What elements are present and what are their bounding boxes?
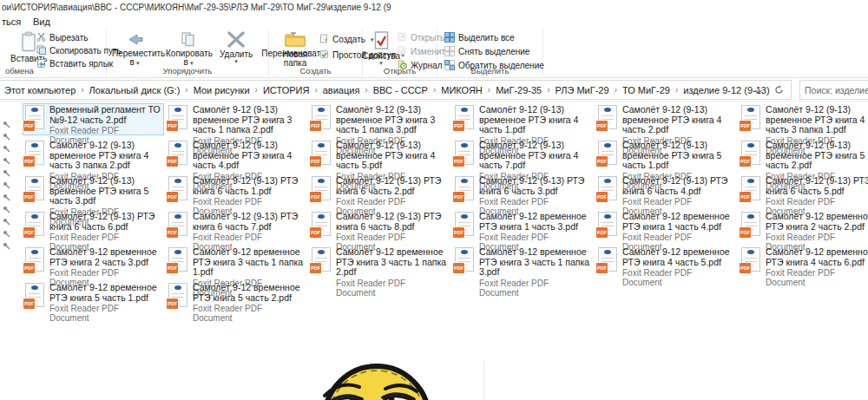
file-item[interactable]: PDF Самолёт 9-12 (9-13) временное РТЭ кн… [23, 174, 164, 207]
foxit-logo-icon [461, 143, 468, 148]
file-item[interactable]: PDF Временный регламент ТО №9-12 часть 2… [23, 103, 164, 135]
breadcrumb: Этот компьютер›Локальный диск (G:)›Мои р… [0, 85, 770, 95]
foxit-logo-icon [31, 285, 38, 290]
breadcrumb-item[interactable]: авиация [323, 85, 360, 95]
foxit-logo-icon [31, 108, 38, 112]
file-name: Самолёт 9-12 (9-13) временное РТЭ книга … [479, 141, 590, 171]
file-item[interactable]: PDF Самолёт 9-12 (9-13) РТЭ книга 6 част… [309, 174, 450, 207]
file-item[interactable]: PDF Самолёт 9-12 (9-13) РТЭ книга 6 част… [739, 174, 868, 207]
file-item[interactable]: PDF Самолёт 9-12 (9-13) временное РТЭ кн… [309, 139, 450, 171]
file-item[interactable]: PDF Самолёт 9-12 временное РТЭ книга 2 ч… [23, 246, 164, 278]
breadcrumb-item[interactable]: МИКОЯН [441, 85, 483, 95]
breadcrumb-item[interactable]: МиГ-29-35 [496, 85, 542, 95]
file-name: Самолёт 9-12 (9-13) временное РТЭ книга … [49, 141, 161, 171]
meme-image [300, 361, 484, 400]
file-item[interactable]: PDF Самолёт 9-12 (9-13) временное РТЭ кн… [309, 103, 450, 135]
file-item[interactable]: PDF Самолёт 9-12 (9-13) временное РТЭ кн… [739, 139, 868, 171]
foxit-logo-icon [31, 143, 38, 148]
file-item[interactable]: PDF Самолёт 9-12 (9-13) временное РТЭ кн… [166, 139, 307, 171]
file-name: Самолёт 9-12 временное РТЭ книга 2 часть… [766, 212, 868, 232]
pdf-badge: PDF [740, 227, 751, 238]
tab-view[interactable]: Вид [33, 16, 50, 27]
breadcrumb-item[interactable]: Этот компьютер [4, 85, 76, 95]
breadcrumb-item[interactable]: ВВС - СССР [373, 85, 428, 95]
file-item[interactable]: PDF Самолёт 9-12 (9-13) РТЭ книга 6 част… [23, 210, 164, 242]
foxit-logo-icon [604, 179, 611, 183]
pdf-badge: PDF [596, 227, 608, 238]
foxit-logo-icon [461, 250, 468, 254]
file-item[interactable]: PDF Самолёт 9-12 (9-13) временное РТЭ кн… [595, 103, 737, 135]
pdf-file-icon: PDF [168, 141, 187, 165]
breadcrumb-item[interactable]: ТО МиГ-29 [622, 85, 670, 95]
file-item[interactable]: PDF Самолёт 9-12 (9-13) РТЭ книга 6 част… [166, 174, 307, 207]
file-item[interactable]: PDF Самолёт 9-12 временное РТЭ книга 5 ч… [166, 281, 307, 313]
breadcrumb-item[interactable]: Локальный диск (G:) [89, 85, 181, 95]
search-box[interactable] [799, 80, 868, 100]
file-item[interactable]: PDF Самолёт 9-12 временное РТЭ книга 4 ч… [739, 246, 868, 278]
file-item[interactable]: PDF Самолёт 9-12 временное РТЭ книга 1 ч… [452, 210, 594, 242]
file-item[interactable]: PDF Самолёт 9-12 временное РТЭ книга 2 ч… [739, 210, 868, 242]
file-item[interactable]: PDF Самолёт 9-12 временное РТЭ книга 1 ч… [595, 210, 737, 242]
file-name: Самолёт 9-12 (9-13) временное РТЭ книга … [193, 105, 304, 135]
file-item[interactable]: PDF Самолёт 9-12 (9-13) РТЭ книга 6 част… [595, 174, 737, 207]
group-label-organize: Упорядочить [107, 66, 268, 75]
file-item[interactable]: PDF Самолёт 9-12 (9-13) временное РТЭ кн… [23, 139, 164, 171]
file-item[interactable]: PDF Самолёт 9-12 (9-13) временное РТЭ кн… [739, 103, 868, 135]
file-item[interactable]: PDF Самолёт 9-12 (9-13) РТЭ книга 6 част… [309, 210, 450, 242]
pdf-file-icon: PDF [455, 141, 474, 165]
file-item[interactable]: PDF Самолёт 9-12 временное РТЭ книга 4 ч… [595, 246, 737, 278]
copy-to-button[interactable]: Копировать в [166, 31, 211, 69]
foxit-logo-icon [747, 179, 754, 183]
file-type: Foxit Reader PDF Document [622, 268, 733, 287]
new-folder-button[interactable]: Новая папка [276, 31, 314, 69]
chevron-down-icon[interactable] [754, 82, 762, 98]
select-all-button[interactable]: Выделить все [444, 31, 544, 44]
tab-share-fragment[interactable]: ться [2, 16, 21, 27]
foxit-logo-icon [604, 143, 611, 148]
file-name: Самолёт 9-12 (9-13) временное РТЭ книга … [193, 141, 304, 171]
foxit-logo-icon [174, 285, 181, 290]
pdf-file-icon: PDF [25, 141, 44, 165]
easy-access-icon [319, 49, 329, 61]
pdf-badge: PDF [23, 263, 35, 273]
file-column: PDF Самолёт 9-12 (9-13) временное РТЭ кн… [309, 103, 452, 317]
select-all-icon [444, 32, 455, 44]
foxit-logo-icon [318, 250, 325, 254]
file-item[interactable]: PDF Самолёт 9-12 временное РТЭ книга 3 ч… [166, 246, 307, 278]
foxit-logo-icon [461, 214, 468, 219]
pdf-badge: PDF [167, 298, 178, 309]
pdf-badge: PDF [23, 192, 35, 202]
breadcrumb-separator-icon: › [547, 85, 549, 95]
search-input[interactable] [800, 81, 868, 99]
address-bar[interactable]: Этот компьютер›Локальный диск (G:)›Мои р… [0, 80, 792, 100]
breadcrumb-separator-icon: › [675, 85, 678, 95]
pdf-file-icon: PDF [25, 283, 44, 307]
file-item[interactable]: PDF Самолёт 9-12 временное РТЭ книга 3 ч… [309, 246, 450, 278]
pdf-badge: PDF [23, 298, 35, 309]
file-item[interactable]: PDF Самолёт 9-12 (9-13) РТЭ книга 6 част… [452, 174, 594, 207]
file-item[interactable]: PDF Самолёт 9-12 (9-13) временное РТЭ кн… [595, 139, 737, 171]
file-item[interactable]: PDF Самолёт 9-12 временное РТЭ книга 5 ч… [23, 281, 164, 313]
file-name: Самолёт 9-12 временное РТЭ книга 3 часть… [336, 247, 447, 278]
edit-icon [398, 46, 407, 57]
breadcrumb-item[interactable]: ИСТОРИЯ [263, 85, 309, 95]
breadcrumb-item[interactable]: РЛЭ МиГ-29 [556, 85, 609, 95]
file-type: Foxit Reader PDF Document [49, 304, 161, 323]
pin-icon [3, 121, 10, 128]
file-item[interactable]: PDF Самолёт 9-12 (9-13) РТЭ книга 6 част… [166, 210, 307, 242]
file-item[interactable]: PDF Самолёт 9-12 временное РТЭ книга 3 ч… [452, 246, 594, 278]
pdf-file-icon: PDF [741, 247, 760, 272]
foxit-logo-icon [747, 214, 754, 219]
file-item[interactable]: PDF Самолёт 9-12 (9-13) временное РТЭ кн… [166, 103, 307, 135]
pdf-file-icon: PDF [598, 176, 617, 200]
move-to-button[interactable]: Переместить в [112, 31, 157, 69]
pdf-badge: PDF [740, 263, 751, 273]
refresh-icon[interactable] [774, 82, 784, 98]
file-item[interactable]: PDF Самолёт 9-12 (9-13) временное РТЭ кн… [452, 103, 594, 135]
select-none-button[interactable]: Снять выделение [444, 45, 544, 58]
breadcrumb-item[interactable]: Мои рисунки [194, 85, 250, 95]
pdf-badge: PDF [740, 121, 751, 131]
delete-button[interactable]: Удалить ▾ [220, 31, 253, 64]
file-item[interactable]: PDF Самолёт 9-12 (9-13) временное РТЭ кн… [452, 139, 594, 171]
properties-button[interactable]: Свойства ▾ [366, 31, 396, 66]
